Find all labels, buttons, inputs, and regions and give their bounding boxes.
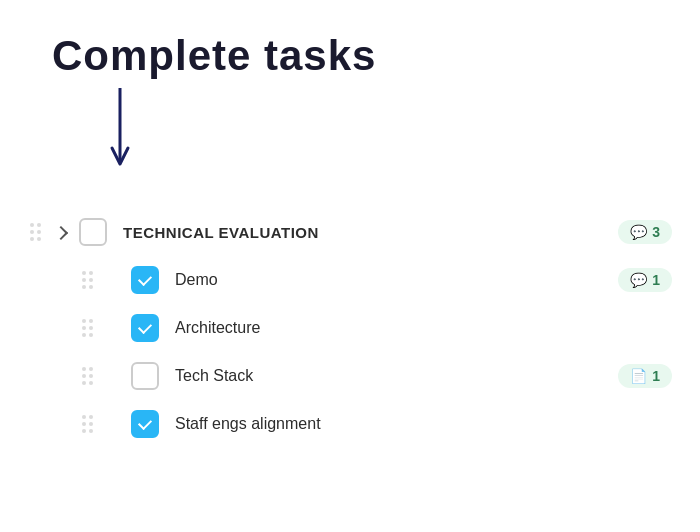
badge-tech-stack: 📄 1 bbox=[618, 364, 672, 388]
file-icon-tech-stack: 📄 bbox=[630, 368, 647, 384]
page-title: Complete tasks bbox=[52, 32, 376, 80]
expand-button[interactable] bbox=[51, 222, 71, 242]
task-label-staff-engs-alignment: Staff engs alignment bbox=[175, 415, 672, 433]
drag-handle[interactable] bbox=[28, 219, 43, 245]
task-row-architecture: Architecture bbox=[20, 304, 680, 352]
task-row-tech-stack: Tech Stack 📄 1 bbox=[20, 352, 680, 400]
task-label-technical-evaluation: TECHNICAL EVALUATION bbox=[123, 224, 618, 241]
task-checkbox-demo[interactable] bbox=[131, 266, 159, 294]
task-checkbox-architecture[interactable] bbox=[131, 314, 159, 342]
drag-handle-staff-engs[interactable] bbox=[80, 411, 95, 437]
comment-icon: 💬 bbox=[630, 224, 647, 240]
comment-icon-demo: 💬 bbox=[630, 272, 647, 288]
task-checkbox-technical-evaluation[interactable] bbox=[79, 218, 107, 246]
task-label-architecture: Architecture bbox=[175, 319, 672, 337]
task-row-staff-engs-alignment: Staff engs alignment bbox=[20, 400, 680, 448]
task-row-technical-evaluation: TECHNICAL EVALUATION 💬 3 bbox=[20, 208, 680, 256]
task-checkbox-staff-engs-alignment[interactable] bbox=[131, 410, 159, 438]
tasks-container: TECHNICAL EVALUATION 💬 3 Demo 💬 1 Archit… bbox=[20, 208, 680, 448]
badge-count: 3 bbox=[652, 224, 660, 240]
task-checkbox-tech-stack[interactable] bbox=[131, 362, 159, 390]
task-label-demo: Demo bbox=[175, 271, 618, 289]
badge-demo: 💬 1 bbox=[618, 268, 672, 292]
badge-technical-evaluation: 💬 3 bbox=[618, 220, 672, 244]
drag-handle-demo[interactable] bbox=[80, 267, 95, 293]
badge-count-demo: 1 bbox=[652, 272, 660, 288]
task-label-tech-stack: Tech Stack bbox=[175, 367, 618, 385]
arrow-icon bbox=[108, 88, 132, 182]
drag-handle-architecture[interactable] bbox=[80, 315, 95, 341]
drag-handle-tech-stack[interactable] bbox=[80, 363, 95, 389]
task-row-demo: Demo 💬 1 bbox=[20, 256, 680, 304]
chevron-icon bbox=[54, 226, 68, 240]
badge-count-tech-stack: 1 bbox=[652, 368, 660, 384]
